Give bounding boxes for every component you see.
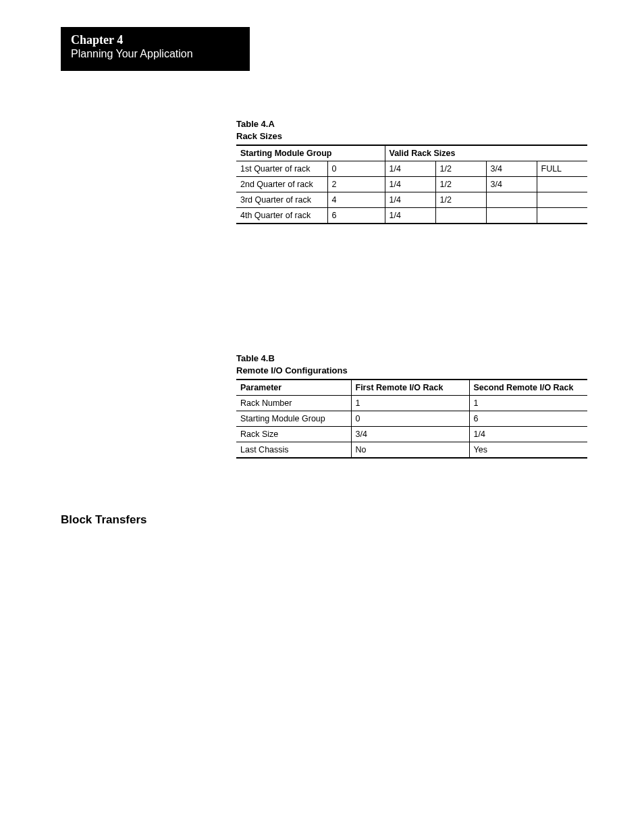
cell: 0 <box>327 161 385 177</box>
cell: Rack Size <box>236 427 351 442</box>
table-a-caption: Table 4.A Rack Sizes <box>236 118 587 142</box>
cell: 1/4 <box>469 427 587 442</box>
cell: 1/2 <box>435 192 486 208</box>
cell: Yes <box>469 442 587 459</box>
cell: 1/2 <box>435 177 486 192</box>
page: Chapter 4 Planning Your Application Tabl… <box>0 0 644 834</box>
table-a: Starting Module Group Valid Rack Sizes 1… <box>236 145 587 224</box>
cell: 3/4 <box>486 177 537 192</box>
cell: 1st Quarter of rack <box>236 161 327 177</box>
cell: Last Chassis <box>236 442 351 459</box>
table-a-caption-line1: Table 4.A <box>236 119 275 129</box>
cell <box>537 177 587 192</box>
table-a-header-row: Starting Module Group Valid Rack Sizes <box>236 145 587 161</box>
table-b-caption-line1: Table 4.B <box>236 353 275 363</box>
table-b-header-row: Parameter First Remote I/O Rack Second R… <box>236 380 587 396</box>
table-row: Last Chassis No Yes <box>236 442 587 459</box>
table-row: Starting Module Group 0 6 <box>236 411 587 427</box>
cell: 2nd Quarter of rack <box>236 177 327 192</box>
table-row: 1st Quarter of rack 0 1/4 1/2 3/4 FULL <box>236 161 587 177</box>
cell: No <box>351 442 469 459</box>
table-b-head-parameter: Parameter <box>236 380 351 396</box>
table-a-head-valid-sizes: Valid Rack Sizes <box>385 145 587 161</box>
cell: 1/2 <box>435 161 486 177</box>
chapter-header: Chapter 4 Planning Your Application <box>61 27 250 71</box>
cell: 1/4 <box>385 208 435 224</box>
table-row: Rack Size 3/4 1/4 <box>236 427 587 442</box>
table-row: Rack Number 1 1 <box>236 396 587 411</box>
table-b-head-first: First Remote I/O Rack <box>351 380 469 396</box>
cell: 3rd Quarter of rack <box>236 192 327 208</box>
cell: 0 <box>351 411 469 427</box>
cell: 1/4 <box>385 161 435 177</box>
cell: 6 <box>469 411 587 427</box>
table-row: 4th Quarter of rack 6 1/4 <box>236 208 587 224</box>
table-a-caption-line2: Rack Sizes <box>236 131 282 141</box>
cell: 1/4 <box>385 192 435 208</box>
cell <box>537 192 587 208</box>
chapter-number: Chapter 4 <box>71 34 240 47</box>
table-b-caption: Table 4.B Remote I/O Configurations <box>236 353 587 376</box>
cell: 2 <box>327 177 385 192</box>
cell <box>486 208 537 224</box>
cell: Starting Module Group <box>236 411 351 427</box>
table-a-head-starting-group: Starting Module Group <box>236 145 385 161</box>
table-b: Parameter First Remote I/O Rack Second R… <box>236 379 587 459</box>
chapter-subtitle: Planning Your Application <box>71 47 240 61</box>
cell: Rack Number <box>236 396 351 411</box>
table-row: 3rd Quarter of rack 4 1/4 1/2 <box>236 192 587 208</box>
cell: 3/4 <box>486 161 537 177</box>
cell: 1 <box>469 396 587 411</box>
cell: 3/4 <box>351 427 469 442</box>
cell: 4 <box>327 192 385 208</box>
cell: FULL <box>537 161 587 177</box>
cell: 1 <box>351 396 469 411</box>
cell: 1/4 <box>385 177 435 192</box>
content-column: Table 4.A Rack Sizes Starting Module Gro… <box>236 118 587 459</box>
cell <box>486 192 537 208</box>
cell: 6 <box>327 208 385 224</box>
table-row: 2nd Quarter of rack 2 1/4 1/2 3/4 <box>236 177 587 192</box>
table-b-caption-line2: Remote I/O Configurations <box>236 365 348 375</box>
cell: 4th Quarter of rack <box>236 208 327 224</box>
section-block-transfers: Block Transfers <box>61 513 147 527</box>
cell <box>537 208 587 224</box>
cell <box>435 208 486 224</box>
table-b-head-second: Second Remote I/O Rack <box>469 380 587 396</box>
